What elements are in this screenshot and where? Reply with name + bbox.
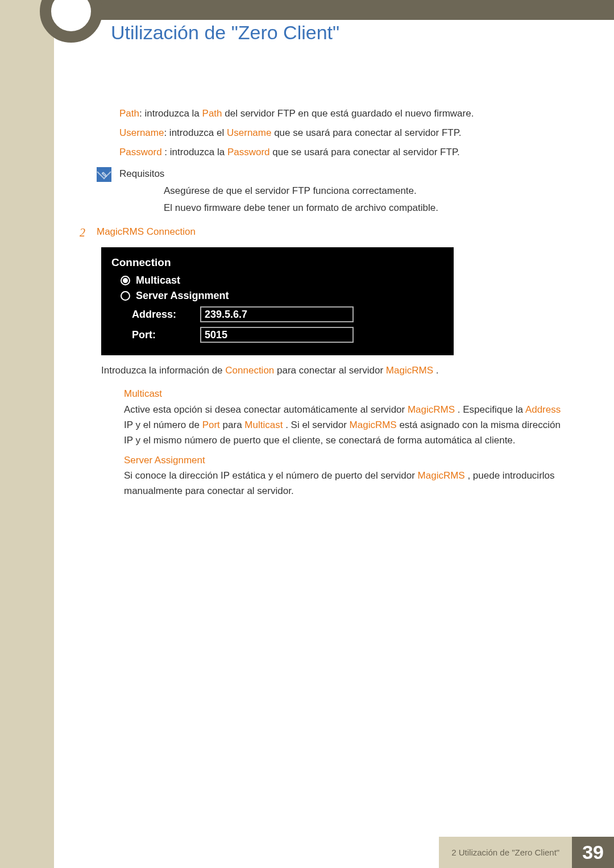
subsection-multicast: Multicast Active esta opción si desea co… bbox=[101, 386, 566, 448]
bullet-password: Password : introduzca la Password que se… bbox=[97, 147, 566, 158]
page-footer: 2 Utilización de "Zero Client" 39 bbox=[439, 837, 614, 868]
bullet-marker-icon bbox=[101, 452, 124, 499]
radio-selected-icon bbox=[121, 276, 130, 285]
footer-text: 2 Utilización de "Zero Client" bbox=[439, 837, 572, 868]
port-input[interactable]: 5015 bbox=[200, 327, 354, 343]
server-assignment-paragraph: Si conoce la dirección IP estática y el … bbox=[124, 468, 566, 499]
chapter-title: Utilización de "Zero Client" bbox=[111, 22, 339, 44]
connection-panel: Connection Multicast Server Assignment A… bbox=[101, 247, 454, 355]
term-path: Path bbox=[119, 108, 139, 119]
bullet-marker-icon bbox=[141, 202, 164, 214]
page-content: Path: introduzca la Path del servidor FT… bbox=[97, 108, 566, 501]
bullet-marker-icon bbox=[97, 147, 119, 148]
term-username: Username bbox=[119, 127, 164, 138]
multicast-title: Multicast bbox=[124, 386, 566, 401]
bullet-marker-icon bbox=[97, 127, 119, 129]
radio-multicast-label: Multicast bbox=[136, 275, 180, 286]
note-requirements: ✎ Requisitos Asegúrese de que el servido… bbox=[97, 168, 566, 214]
connection-paragraph: Introduzca la información de Connection … bbox=[101, 363, 566, 378]
note-item-2: El nuevo firmware debe tener un formato … bbox=[164, 202, 438, 214]
text: : introduzca el bbox=[164, 127, 227, 138]
hl-magicrms: MagicRMS bbox=[386, 365, 433, 376]
term-username-2: Username bbox=[227, 127, 271, 138]
radio-server-assignment-label: Server Assignment bbox=[136, 290, 229, 302]
term-password: Password bbox=[119, 147, 162, 157]
hl-connection: Connection bbox=[225, 365, 274, 376]
text: : introduzca la bbox=[162, 147, 227, 157]
bullet-marker-icon bbox=[101, 386, 124, 448]
note-title: Requisitos bbox=[119, 168, 566, 180]
port-label: Port: bbox=[132, 329, 200, 341]
radio-server-assignment[interactable]: Server Assignment bbox=[121, 290, 443, 302]
text: del servidor FTP en que está guardado el… bbox=[222, 108, 474, 119]
header-bar bbox=[54, 0, 614, 20]
address-input[interactable]: 239.5.6.7 bbox=[200, 306, 354, 322]
bullet-path: Path: introduzca la Path del servidor FT… bbox=[97, 108, 566, 119]
section-2-header: 2 MagicRMS Connection bbox=[97, 226, 566, 239]
term-password-2: Password bbox=[227, 147, 270, 157]
subsection-server-assignment: Server Assignment Si conoce la dirección… bbox=[101, 452, 566, 499]
bullet-username: Username: introduzca el Username que se … bbox=[97, 127, 566, 139]
term-path-2: Path bbox=[202, 108, 222, 119]
section-number: 2 bbox=[80, 226, 97, 239]
footer-page-number: 39 bbox=[572, 837, 614, 868]
field-address: Address: 239.5.6.7 bbox=[132, 306, 443, 322]
panel-title: Connection bbox=[111, 256, 443, 269]
left-margin-stripe bbox=[0, 0, 54, 868]
server-assignment-title: Server Assignment bbox=[124, 452, 566, 468]
bullet-marker-icon bbox=[97, 108, 119, 110]
bullet-marker-icon bbox=[141, 185, 164, 197]
address-label: Address: bbox=[132, 309, 200, 321]
radio-unselected-icon bbox=[121, 291, 130, 301]
radio-multicast[interactable]: Multicast bbox=[121, 275, 443, 286]
text: que se usará para conectar al servidor F… bbox=[271, 127, 461, 138]
field-port: Port: 5015 bbox=[132, 327, 443, 343]
text: que se usará para conectar al servidor F… bbox=[270, 147, 460, 157]
multicast-paragraph: Active esta opción si desea conectar aut… bbox=[124, 402, 566, 448]
note-item-1: Asegúrese de que el servidor FTP funcion… bbox=[164, 185, 417, 197]
section-title: MagicRMS Connection bbox=[97, 226, 196, 239]
text: : introduzca la bbox=[139, 108, 202, 119]
note-icon: ✎ bbox=[97, 167, 111, 182]
